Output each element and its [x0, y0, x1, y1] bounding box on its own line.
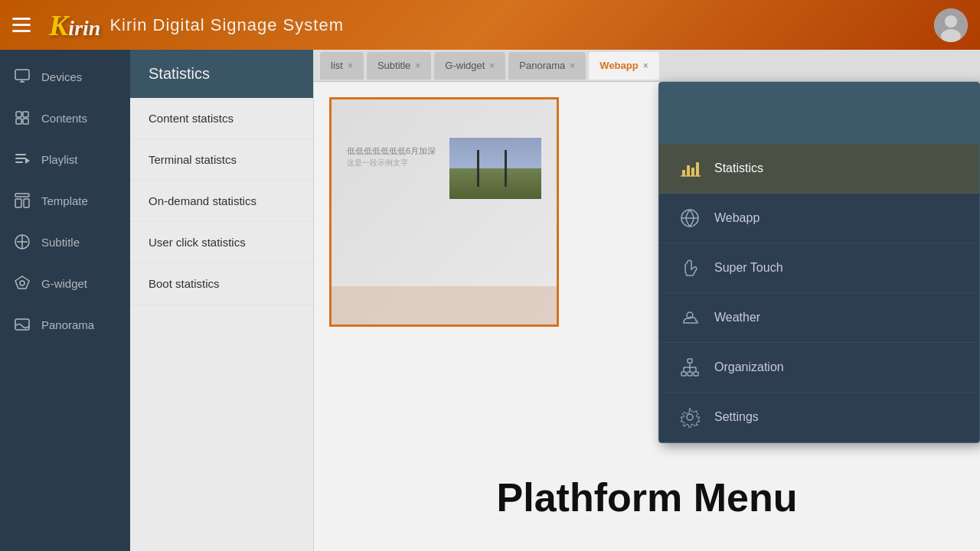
dropdown-item-organization[interactable]: Organization	[659, 343, 979, 393]
dropdown-panel: Statistics Webapp Super Touch	[658, 82, 980, 443]
dropdown-label-supertouch: Super Touch	[714, 261, 783, 275]
settings-icon	[678, 405, 702, 429]
svg-rect-34	[694, 372, 698, 376]
webapp-icon	[678, 206, 702, 230]
svg-rect-26	[696, 162, 699, 176]
svg-rect-31	[688, 359, 692, 363]
svg-point-40	[687, 414, 693, 420]
dropdown-item-weather[interactable]: Weather	[659, 293, 979, 343]
svg-rect-25	[691, 168, 694, 176]
svg-rect-32	[681, 372, 686, 376]
touch-icon	[678, 256, 702, 280]
org-icon	[678, 355, 702, 380]
dropdown-item-webapp[interactable]: Webapp	[659, 194, 979, 243]
dropdown-label-settings: Settings	[714, 410, 759, 424]
dropdown-item-supertouch[interactable]: Super Touch	[659, 243, 979, 293]
weather-icon	[678, 305, 702, 330]
svg-rect-24	[687, 165, 690, 176]
dropdown-label-weather: Weather	[714, 311, 760, 324]
svg-rect-33	[688, 372, 692, 376]
svg-rect-23	[682, 170, 685, 176]
dropdown-item-settings[interactable]: Settings	[659, 393, 979, 442]
dropdown-label-statistics: Statistics	[714, 161, 763, 175]
dropdown-label-webapp: Webapp	[714, 211, 760, 225]
dropdown-label-organization: Organization	[714, 360, 784, 374]
chart-icon	[678, 156, 702, 181]
dropdown-item-statistics[interactable]: Statistics	[659, 144, 979, 194]
dropdown-header	[659, 83, 979, 144]
